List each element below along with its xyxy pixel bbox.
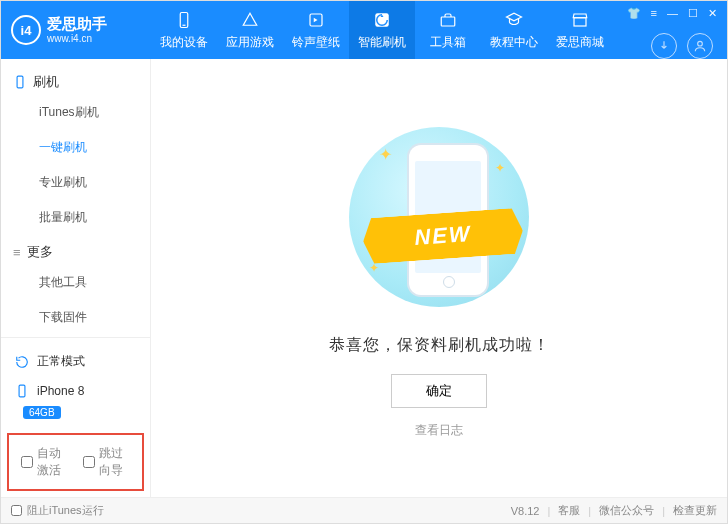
brand-text: 爱思助手 www.i4.cn: [47, 16, 107, 44]
body: 刷机 iTunes刷机 一键刷机 专业刷机 批量刷机 ≡ 更多 其他工具 下载固…: [1, 59, 727, 497]
menu-icon[interactable]: ≡: [649, 5, 659, 21]
svg-rect-7: [17, 76, 23, 88]
device-name: iPhone 8: [37, 384, 84, 398]
nav-label: 智能刷机: [358, 34, 406, 51]
nav-label: 应用游戏: [226, 34, 274, 51]
mode-label: 正常模式: [37, 353, 85, 370]
nav-my-device[interactable]: 我的设备: [151, 1, 217, 59]
tutorial-icon: [504, 10, 524, 30]
view-log-link[interactable]: 查看日志: [415, 422, 463, 439]
header: i4 爱思助手 www.i4.cn 我的设备 应用游戏 铃声壁纸 智能刷机: [1, 1, 727, 59]
checkbox-skip-guide[interactable]: 跳过向导: [83, 445, 131, 479]
close-icon[interactable]: ✕: [706, 5, 719, 22]
store-icon: [570, 10, 590, 30]
more-icon: ≡: [13, 245, 21, 260]
app-window: i4 爱思助手 www.i4.cn 我的设备 应用游戏 铃声壁纸 智能刷机: [0, 0, 728, 524]
svg-rect-5: [574, 17, 586, 25]
mode-row[interactable]: 正常模式: [1, 346, 150, 377]
flash-icon: [372, 10, 392, 30]
checkbox-input[interactable]: [11, 505, 22, 516]
logo-area: i4 爱思助手 www.i4.cn: [1, 15, 151, 45]
nav-ringtones[interactable]: 铃声壁纸: [283, 1, 349, 59]
nav-apps[interactable]: 应用游戏: [217, 1, 283, 59]
sidebar-item-pro-flash[interactable]: 专业刷机: [1, 165, 150, 200]
sidebar-group-flash[interactable]: 刷机: [1, 65, 150, 95]
apps-icon: [240, 10, 260, 30]
checkbox-block-itunes[interactable]: 阻止iTunes运行: [11, 503, 104, 518]
top-nav: 我的设备 应用游戏 铃声壁纸 智能刷机 工具箱 教程中心: [151, 1, 625, 59]
refresh-icon: [15, 355, 29, 369]
sparkle-icon: ✦: [495, 161, 505, 175]
success-message: 恭喜您，保资料刷机成功啦！: [329, 335, 550, 356]
separator: |: [662, 505, 665, 517]
nav-flash[interactable]: 智能刷机: [349, 1, 415, 59]
phone-icon: [13, 75, 27, 89]
nav-label: 工具箱: [430, 34, 466, 51]
download-button[interactable]: [651, 33, 677, 59]
window-controls: 👕 ≡ — ☐ ✕: [625, 1, 727, 33]
brand-url: www.i4.cn: [47, 33, 107, 44]
wallpaper-icon: [306, 10, 326, 30]
version-label: V8.12: [511, 505, 540, 517]
checkbox-label: 跳过向导: [99, 445, 131, 479]
toolbox-icon: [438, 10, 458, 30]
support-link[interactable]: 客服: [558, 503, 580, 518]
sidebar-group-more[interactable]: ≡ 更多: [1, 235, 150, 265]
maximize-icon[interactable]: ☐: [686, 5, 700, 22]
sparkle-icon: ✦: [379, 145, 392, 164]
svg-point-6: [698, 41, 703, 46]
nav-label: 爱思商城: [556, 34, 604, 51]
checkbox-input[interactable]: [21, 456, 33, 468]
phone-icon: [174, 10, 194, 30]
nav-label: 铃声壁纸: [292, 34, 340, 51]
storage-badge: 64GB: [23, 406, 61, 419]
user-button[interactable]: [687, 33, 713, 59]
wechat-link[interactable]: 微信公众号: [599, 503, 654, 518]
logo-icon: i4: [11, 15, 41, 45]
nav-label: 我的设备: [160, 34, 208, 51]
sidebar-scroll: 刷机 iTunes刷机 一键刷机 专业刷机 批量刷机 ≡ 更多 其他工具 下载固…: [1, 59, 150, 337]
nav-tutorials[interactable]: 教程中心: [481, 1, 547, 59]
nav-toolbox[interactable]: 工具箱: [415, 1, 481, 59]
device-row[interactable]: iPhone 8: [1, 377, 150, 405]
phone-icon: [15, 384, 29, 398]
separator: |: [588, 505, 591, 517]
svg-rect-8: [19, 385, 25, 397]
success-illustration: ✦ ✦ ✦ NEW: [339, 117, 539, 317]
nav-store[interactable]: 爱思商城: [547, 1, 613, 59]
sidebar-bottom: 正常模式 iPhone 8 64GB: [1, 337, 150, 427]
sidebar: 刷机 iTunes刷机 一键刷机 专业刷机 批量刷机 ≡ 更多 其他工具 下载固…: [1, 59, 151, 497]
ok-button[interactable]: 确定: [391, 374, 487, 408]
sidebar-item-download-fw[interactable]: 下载固件: [1, 300, 150, 335]
header-right: [651, 33, 727, 59]
sidebar-item-batch-flash[interactable]: 批量刷机: [1, 200, 150, 235]
sidebar-item-other-tools[interactable]: 其他工具: [1, 265, 150, 300]
sidebar-group-title: 更多: [27, 243, 53, 261]
checkbox-auto-activate[interactable]: 自动激活: [21, 445, 69, 479]
footer: 阻止iTunes运行 V8.12 | 客服 | 微信公众号 | 检查更新: [1, 497, 727, 523]
separator: |: [547, 505, 550, 517]
footer-right: V8.12 | 客服 | 微信公众号 | 检查更新: [511, 503, 717, 518]
brand-name: 爱思助手: [47, 16, 107, 33]
option-highlight-box: 自动激活 跳过向导: [7, 433, 144, 491]
tshirt-icon[interactable]: 👕: [625, 5, 643, 22]
checkbox-input[interactable]: [83, 456, 95, 468]
minimize-icon[interactable]: —: [665, 5, 680, 21]
sidebar-item-itunes-flash[interactable]: iTunes刷机: [1, 95, 150, 130]
sidebar-item-onekey-flash[interactable]: 一键刷机: [1, 130, 150, 165]
nav-label: 教程中心: [490, 34, 538, 51]
sidebar-group-title: 刷机: [33, 73, 59, 91]
checkbox-label: 自动激活: [37, 445, 69, 479]
checkbox-label: 阻止iTunes运行: [27, 503, 104, 518]
svg-rect-4: [441, 17, 455, 26]
update-link[interactable]: 检查更新: [673, 503, 717, 518]
main-content: ✦ ✦ ✦ NEW 恭喜您，保资料刷机成功啦！ 确定 查看日志: [151, 59, 727, 497]
